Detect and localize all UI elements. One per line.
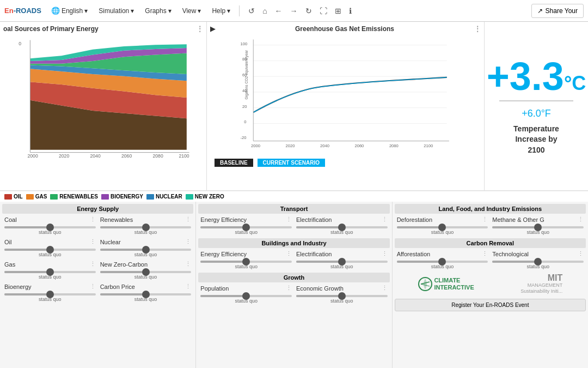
- bioenergy-slider-fill: [4, 293, 50, 295]
- transport-electrification-thumb[interactable]: [338, 224, 346, 231]
- transport-electrification-track[interactable]: [296, 226, 388, 228]
- oil-menu[interactable]: ⋮: [90, 238, 96, 245]
- grid-icon[interactable]: ⊞: [333, 5, 344, 16]
- afforestation-thumb[interactable]: [438, 258, 446, 266]
- coal-menu[interactable]: ⋮: [90, 216, 96, 223]
- transport-efficiency-thumb[interactable]: [242, 224, 250, 231]
- carbon-price-slider-thumb[interactable]: [142, 291, 150, 298]
- gas-menu[interactable]: ⋮: [90, 261, 96, 268]
- gas-slider-thumb[interactable]: [46, 268, 54, 276]
- chevron-down-icon: ▾: [198, 7, 201, 15]
- info-icon[interactable]: ℹ: [347, 5, 354, 16]
- transport-efficiency-menu[interactable]: ⋮: [286, 216, 292, 223]
- svg-text:2020: 2020: [59, 153, 69, 159]
- svg-text:2040: 2040: [320, 143, 329, 148]
- buildings-electrification-thumb[interactable]: [338, 258, 346, 266]
- economic-growth-menu[interactable]: ⋮: [382, 285, 388, 292]
- renewables-color: [50, 194, 58, 200]
- legend-new-zero-label: NEW ZERO: [195, 194, 224, 200]
- buildings-efficiency-thumb[interactable]: [242, 258, 250, 266]
- nuclear-slider-fill: [100, 249, 146, 251]
- coal-slider-fill: [4, 226, 50, 228]
- nav-simulation[interactable]: Simulation ▾: [94, 5, 138, 17]
- refresh-icon[interactable]: ↻: [303, 5, 314, 16]
- afforestation-track[interactable]: [397, 261, 488, 263]
- oil-slider-thumb[interactable]: [46, 246, 54, 254]
- register-button[interactable]: Register Your En-ROADS Event: [395, 299, 586, 311]
- population-menu[interactable]: ⋮: [286, 285, 292, 292]
- new-zero-menu[interactable]: ⋮: [185, 261, 191, 268]
- forward-icon[interactable]: →: [288, 5, 300, 16]
- gas-slider-track[interactable]: [4, 271, 96, 273]
- population-track[interactable]: [200, 295, 292, 297]
- methane-menu[interactable]: ⋮: [578, 216, 584, 223]
- slider-col-gas: Gas ⋮ status quo: [2, 261, 98, 280]
- land-carbon-panel: Land, Food, and Industry Emissions Defor…: [393, 202, 588, 368]
- afforestation-menu[interactable]: ⋮: [482, 250, 488, 257]
- ghg-menu[interactable]: ⋮: [474, 25, 481, 33]
- buildings-efficiency-track[interactable]: [200, 261, 292, 263]
- population-thumb[interactable]: [242, 292, 250, 300]
- new-zero-slider-fill: [100, 271, 146, 273]
- methane-track[interactable]: [492, 226, 584, 228]
- carbon-price-slider-fill: [100, 293, 146, 295]
- nuclear-menu[interactable]: ⋮: [185, 238, 191, 245]
- oil-slider-fill: [4, 249, 50, 251]
- nav-graphs[interactable]: Graphs ▾: [140, 5, 175, 17]
- carbon-price-menu[interactable]: ⋮: [185, 283, 191, 290]
- chevron-down-icon: ▾: [168, 7, 171, 15]
- nuclear-slider-track[interactable]: [100, 249, 192, 251]
- renewables-menu[interactable]: ⋮: [185, 216, 191, 223]
- home-icon[interactable]: ⌂: [260, 5, 269, 16]
- deforestation-track[interactable]: [397, 226, 488, 228]
- slider-transport-efficiency: Energy Efficiency ⋮ status quo: [198, 216, 294, 235]
- technological-thumb[interactable]: [534, 258, 542, 266]
- technological-label: Technological ⋮: [492, 250, 584, 257]
- coal-slider-thumb[interactable]: [46, 224, 54, 231]
- primary-energy-menu[interactable]: ⋮: [197, 25, 203, 33]
- bioenergy-slider-thumb[interactable]: [46, 291, 54, 298]
- svg-text:20: 20: [242, 104, 247, 109]
- renewables-slider-thumb[interactable]: [142, 224, 150, 231]
- methane-thumb[interactable]: [534, 224, 542, 231]
- slider-transport-electrification: Electrification ⋮ status quo: [294, 216, 390, 235]
- transport-electrification-menu[interactable]: ⋮: [382, 216, 388, 223]
- bioenergy-slider-track[interactable]: [4, 293, 96, 295]
- transport-header: Transport: [198, 204, 389, 214]
- nav-help[interactable]: Help ▾: [207, 5, 235, 17]
- temperature-main: +3.3°C: [487, 57, 586, 96]
- economic-growth-thumb[interactable]: [338, 292, 346, 300]
- back-icon[interactable]: ←: [273, 5, 285, 16]
- nuclear-slider-thumb[interactable]: [142, 246, 150, 254]
- undo-icon[interactable]: ↺: [246, 5, 257, 16]
- technological-menu[interactable]: ⋮: [578, 250, 584, 257]
- legend-new-zero: NEW ZERO: [186, 194, 224, 200]
- technological-track[interactable]: [492, 261, 584, 263]
- new-zero-label: New Zero-Carbon ⋮: [100, 261, 192, 268]
- new-zero-slider-track[interactable]: [100, 271, 192, 273]
- nav-english[interactable]: 🌐 English ▾: [47, 4, 92, 17]
- buildings-header: Buildings and Industry: [198, 238, 389, 248]
- gas-slider-fill: [4, 271, 50, 273]
- bottom-panels: Energy Supply Coal ⋮ status quo: [0, 202, 588, 368]
- transport-efficiency-track[interactable]: [200, 226, 292, 228]
- renewables-slider-fill: [100, 226, 146, 228]
- carbon-price-slider-track[interactable]: [100, 293, 192, 295]
- nav-view[interactable]: View ▾: [178, 5, 206, 17]
- toolbar-icons: ↺ ⌂ ← → ↻ ⛶ ⊞ ℹ: [246, 5, 353, 16]
- legend-nuclear: NUCLEAR: [146, 194, 182, 200]
- new-zero-slider-thumb[interactable]: [142, 268, 150, 276]
- buildings-efficiency-label: Energy Efficiency ⋮: [200, 250, 292, 257]
- share-button[interactable]: ↗ Share Your: [531, 4, 584, 18]
- renewables-slider-track[interactable]: [100, 226, 192, 228]
- buildings-efficiency-menu[interactable]: ⋮: [286, 250, 292, 257]
- oil-slider-track[interactable]: [4, 249, 96, 251]
- expand-icon[interactable]: ⛶: [317, 5, 329, 16]
- deforestation-thumb[interactable]: [438, 224, 446, 231]
- economic-growth-track[interactable]: [296, 295, 388, 297]
- buildings-electrification-track[interactable]: [296, 261, 388, 263]
- buildings-electrification-menu[interactable]: ⋮: [382, 250, 388, 257]
- coal-slider-track[interactable]: [4, 226, 96, 228]
- deforestation-menu[interactable]: ⋮: [482, 216, 488, 223]
- bioenergy-menu[interactable]: ⋮: [90, 283, 96, 290]
